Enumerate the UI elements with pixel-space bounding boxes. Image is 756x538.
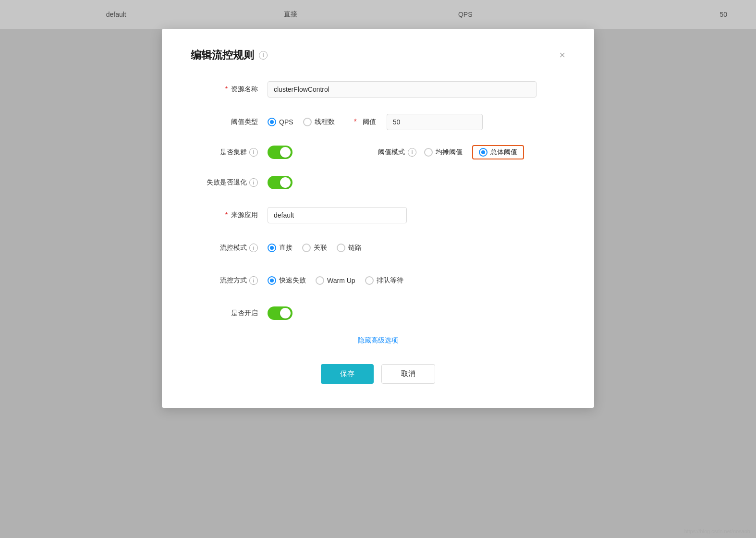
- flow-mode-direct-radio[interactable]: [268, 244, 276, 252]
- flow-mode-radio-group: 直接 关联 链路: [268, 244, 362, 252]
- threshold-value-input[interactable]: [387, 114, 483, 130]
- is-cluster-label: 是否集群 i: [191, 148, 268, 157]
- threshold-mode-info-icon[interactable]: i: [408, 148, 416, 157]
- flow-type-row: 流控方式 i 快速失败 Warm Up 排队等待: [191, 271, 565, 290]
- threshold-type-qps-option[interactable]: QPS: [268, 118, 293, 126]
- source-app-row: * 来源应用: [191, 206, 565, 225]
- is-cluster-info-icon[interactable]: i: [249, 148, 258, 157]
- fallback-row: 失败是否退化 i: [191, 173, 565, 192]
- flow-mode-row: 流控模式 i 直接 关联 链路: [191, 238, 565, 257]
- is-enabled-row: 是否开启: [191, 304, 565, 323]
- threshold-mode-total-highlighted[interactable]: 总体阈值: [472, 145, 524, 159]
- flow-mode-info-icon[interactable]: i: [249, 244, 258, 252]
- save-button[interactable]: 保存: [321, 364, 374, 384]
- flow-type-warmup-option[interactable]: Warm Up: [316, 276, 355, 285]
- modal-close-button[interactable]: ×: [559, 50, 565, 61]
- resource-name-input[interactable]: [268, 81, 537, 98]
- threshold-mode-average-option[interactable]: 均摊阈值: [424, 148, 463, 157]
- is-cluster-toggle[interactable]: [268, 146, 293, 159]
- threshold-mode-label: 阈值模式: [378, 148, 405, 157]
- threshold-mode-total-radio[interactable]: [479, 148, 488, 157]
- threshold-type-qps-radio[interactable]: [268, 118, 276, 126]
- fallback-label: 失败是否退化 i: [191, 178, 268, 187]
- flow-type-fast-fail-option[interactable]: 快速失败: [268, 276, 306, 285]
- flow-type-radio-group: 快速失败 Warm Up 排队等待: [268, 276, 403, 285]
- modal-footer: 保存 取消: [191, 364, 565, 384]
- is-cluster-col: 是否集群 i: [191, 146, 378, 159]
- modal-header: 编辑流控规则 i ×: [191, 48, 565, 62]
- threshold-mode-total-option[interactable]: 总体阈值: [479, 148, 517, 157]
- hide-advanced-row: 隐藏高级选项: [191, 336, 565, 345]
- flow-mode-related-radio[interactable]: [302, 244, 311, 252]
- threshold-mode-col: 阈值模式 i 均摊阈值 总体阈值: [378, 145, 565, 159]
- is-enabled-label: 是否开启: [191, 309, 268, 318]
- flow-type-info-icon[interactable]: i: [249, 276, 258, 285]
- watermark: https://blog.csdn.net/nosaob: [684, 528, 750, 534]
- fallback-info-icon[interactable]: i: [249, 178, 258, 187]
- threshold-type-row: 阈值类型 QPS 线程数 * 阈值: [191, 112, 565, 132]
- fallback-toggle[interactable]: [268, 176, 293, 189]
- flow-type-queue-option[interactable]: 排队等待: [365, 276, 403, 285]
- flow-type-fast-fail-radio[interactable]: [268, 276, 276, 285]
- cancel-button[interactable]: 取消: [381, 364, 435, 384]
- threshold-type-radio-group: QPS 线程数: [268, 118, 335, 126]
- source-app-label: * 来源应用: [191, 211, 268, 220]
- flow-type-queue-radio[interactable]: [365, 276, 374, 285]
- flow-mode-label: 流控模式 i: [191, 244, 268, 252]
- source-app-required: *: [225, 211, 228, 219]
- flow-mode-chain-option[interactable]: 链路: [337, 244, 362, 252]
- modal-title: 编辑流控规则 i: [191, 48, 268, 62]
- threshold-value-label: 阈值: [363, 118, 376, 126]
- resource-name-label: * 资源名称: [191, 85, 268, 94]
- threshold-type-thread-radio[interactable]: [303, 118, 312, 126]
- threshold-type-label: 阈值类型: [191, 118, 268, 126]
- required-star: *: [225, 85, 228, 93]
- threshold-required-star: *: [354, 118, 357, 126]
- flow-mode-direct-option[interactable]: 直接: [268, 244, 293, 252]
- flow-mode-chain-radio[interactable]: [337, 244, 345, 252]
- flow-mode-related-option[interactable]: 关联: [302, 244, 327, 252]
- cluster-threshold-mode-row: 是否集群 i 阈值模式 i 均摊阈值 总体阈值: [191, 145, 565, 159]
- threshold-mode-average-radio[interactable]: [424, 148, 433, 157]
- is-enabled-toggle[interactable]: [268, 306, 293, 320]
- source-app-input[interactable]: [268, 207, 407, 223]
- modal-title-text: 编辑流控规则: [191, 48, 254, 62]
- threshold-type-thread-option[interactable]: 线程数: [303, 118, 335, 126]
- flow-type-label: 流控方式 i: [191, 276, 268, 285]
- hide-advanced-button[interactable]: 隐藏高级选项: [358, 336, 398, 345]
- title-info-icon[interactable]: i: [259, 51, 268, 60]
- threshold-mode-radio-group: 均摊阈值 总体阈值: [424, 145, 524, 159]
- flow-type-warmup-radio[interactable]: [316, 276, 324, 285]
- resource-name-row: * 资源名称: [191, 80, 565, 99]
- edit-flow-rule-modal: 编辑流控规则 i × * 资源名称 阈值类型 QPS 线程数 *: [162, 29, 594, 408]
